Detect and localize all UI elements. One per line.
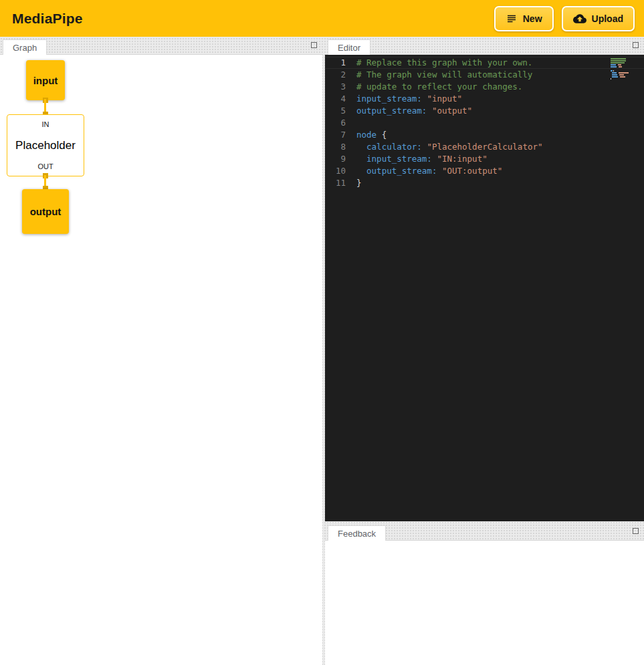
line-number: 11: [325, 177, 356, 189]
code-text: # The graph view will automatically: [356, 69, 532, 81]
new-button[interactable]: New: [494, 6, 554, 31]
code-line[interactable]: 8 calculator: "PlaceholderCalculator": [325, 141, 644, 153]
app-title: MediaPipe: [12, 11, 83, 27]
header-buttons: New Upload: [494, 6, 635, 31]
cloud-upload-icon: [573, 12, 586, 25]
line-number: 6: [325, 117, 356, 129]
new-button-label: New: [523, 13, 542, 24]
code-editor[interactable]: 1# Replace this graph with your own.2# T…: [325, 54, 644, 521]
line-number: 10: [325, 165, 356, 177]
out-port-label: OUT: [37, 162, 53, 170]
code-line[interactable]: 10 output_stream: "OUT:output": [325, 165, 644, 177]
code-line[interactable]: 3# update to reflect your changes.: [325, 81, 644, 93]
line-number: 7: [325, 129, 356, 141]
editor-lines[interactable]: 1# Replace this graph with your own.2# T…: [325, 55, 644, 521]
app-header: MediaPipe New Upload: [0, 0, 644, 37]
graph-node-input[interactable]: input: [26, 60, 65, 100]
code-text: calculator: "PlaceholderCalculator": [356, 141, 542, 153]
code-text: output_stream: "OUT:output": [356, 165, 502, 177]
line-number: 2: [325, 69, 356, 81]
code-line[interactable]: 1# Replace this graph with your own.: [325, 57, 644, 69]
code-line[interactable]: 7node {: [325, 129, 644, 141]
line-number: 5: [325, 105, 356, 117]
line-number: 8: [325, 141, 356, 153]
tab-editor[interactable]: Editor: [328, 39, 370, 55]
code-line[interactable]: 5output_stream: "output": [325, 105, 644, 117]
line-number: 1: [325, 57, 356, 69]
upload-button[interactable]: Upload: [562, 6, 635, 31]
code-line[interactable]: 9 input_stream: "IN:input": [325, 153, 644, 165]
code-text: node {: [356, 129, 387, 141]
editor-panel-strip: Editor: [325, 38, 644, 54]
feedback-panel-strip: Feedback: [325, 524, 644, 540]
code-text: input_stream: "input": [356, 93, 462, 105]
code-line[interactable]: 4input_stream: "input": [325, 93, 644, 105]
line-number: 3: [325, 81, 356, 93]
line-number: 4: [325, 93, 356, 105]
code-line[interactable]: 11}: [325, 177, 644, 189]
placeholder-node-label: Placeholder: [15, 139, 76, 152]
graph-panel: Graph input IN Placeholder OUT output: [0, 38, 322, 665]
editor-panel: Editor 1# Replace this graph with your o…: [325, 38, 644, 521]
code-text: # update to reflect your changes.: [356, 81, 522, 93]
graph-node-output[interactable]: output: [22, 189, 69, 234]
minimap[interactable]: [611, 58, 636, 80]
in-port-label: IN: [42, 120, 49, 128]
code-line[interactable]: 6: [325, 117, 644, 129]
code-text: # Replace this graph with your own.: [356, 57, 532, 69]
code-text: }: [356, 177, 362, 189]
graph-node-placeholder[interactable]: IN Placeholder OUT: [7, 114, 84, 176]
code-text: input_stream: "IN:input": [356, 153, 488, 165]
feedback-panel: Feedback: [325, 524, 644, 665]
code-text: output_stream: "output": [356, 105, 472, 117]
editor-maximize-icon[interactable]: [633, 42, 639, 48]
feedback-maximize-icon[interactable]: [633, 528, 639, 534]
graph-panel-strip: Graph: [0, 38, 322, 54]
graph-maximize-icon[interactable]: [311, 42, 317, 48]
graph-canvas[interactable]: input IN Placeholder OUT output: [0, 54, 322, 665]
tab-graph[interactable]: Graph: [3, 39, 47, 55]
new-graph-lines-icon: [506, 13, 518, 25]
tab-feedback[interactable]: Feedback: [328, 525, 386, 541]
code-line[interactable]: 2# The graph view will automatically: [325, 69, 644, 81]
feedback-content: [325, 540, 644, 665]
upload-button-label: Upload: [592, 13, 623, 24]
line-number: 9: [325, 153, 356, 165]
